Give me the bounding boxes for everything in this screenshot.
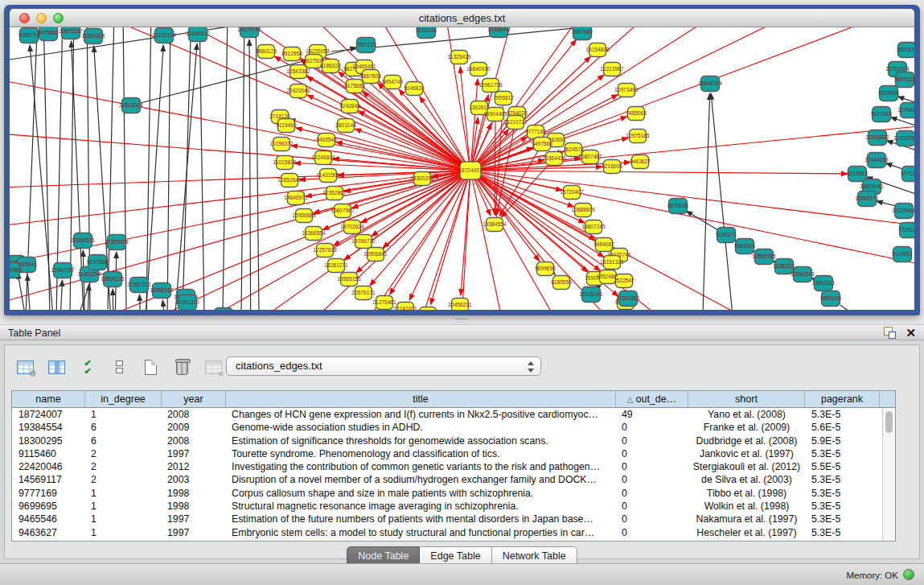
delete-columns-icon[interactable]	[171, 356, 192, 377]
table-cell[interactable]: 1997	[162, 526, 226, 539]
graph-edge[interactable]	[167, 27, 170, 310]
table-cell[interactable]: 2	[85, 447, 162, 460]
table-cell[interactable]: 5.3E-5	[805, 513, 880, 525]
graph-edge[interactable]	[331, 27, 733, 51]
graph-edge[interactable]	[495, 114, 495, 215]
table-cell[interactable]: Dudbridge et al. (2008)	[688, 435, 805, 447]
table-cell[interactable]: 1	[85, 513, 162, 525]
table-cell[interactable]: Corpus callosum shape and size in male p…	[226, 487, 616, 500]
minimize-window-icon[interactable]	[36, 13, 47, 23]
graph-edge[interactable]	[701, 93, 710, 310]
show-columns-icon[interactable]	[46, 356, 67, 377]
graph-edge[interactable]	[223, 27, 228, 310]
table-cell[interactable]: 5.6E-5	[805, 421, 880, 434]
table-cell[interactable]: Jankovic et al. (1997)	[688, 447, 805, 460]
table-cell[interactable]: 5.9E-5	[805, 435, 880, 447]
column-header-title[interactable]: title	[226, 391, 616, 407]
table-cell[interactable]: Nakamura et al. (1997)	[688, 513, 805, 525]
table-cell[interactable]: 0	[616, 460, 688, 473]
panel-divider-handle[interactable]	[455, 319, 468, 323]
table-cell[interactable]: 5.5E-5	[805, 460, 880, 473]
column-header-name[interactable]: name	[12, 391, 85, 407]
graph-edge[interactable]	[409, 171, 470, 300]
graph-edge[interactable]	[359, 111, 470, 171]
table-source-select[interactable]: citations_edges.txt	[226, 356, 541, 376]
graph-edge[interactable]	[27, 274, 34, 310]
table-cell[interactable]: 5.3E-5	[805, 500, 880, 513]
graph-edge[interactable]	[58, 280, 62, 310]
table-cell[interactable]: 1	[85, 526, 162, 539]
create-column-icon[interactable]	[140, 356, 161, 377]
table-cell[interactable]: 1998	[162, 487, 226, 500]
table-cell[interactable]: 18300295	[12, 435, 85, 447]
table-row[interactable]: 1872400712008Changes of HCN gene express…	[12, 408, 881, 421]
table-cell[interactable]: Embryonic stem cells: a model to study s…	[226, 526, 616, 539]
graph-node[interactable]	[420, 307, 437, 311]
table-cell[interactable]: 1	[85, 487, 162, 500]
table-row[interactable]: 969969511998Structural magnetic resonanc…	[12, 500, 881, 513]
table-cell[interactable]: 2	[85, 473, 162, 486]
column-header-year[interactable]: year	[162, 391, 226, 407]
table-row[interactable]: 977716911998Corpus callosum shape and si…	[12, 487, 881, 500]
table-cell[interactable]: 2	[85, 460, 162, 473]
table-cell[interactable]: 0	[616, 447, 688, 460]
select-columns-icon[interactable]: ✔✔	[77, 356, 98, 377]
table-cell[interactable]: Estimation of the future numbers of pati…	[226, 513, 616, 525]
table-cell[interactable]: 9115460	[12, 447, 85, 460]
network-canvas[interactable]: 1872400798601238912954182260589827509105…	[10, 27, 914, 310]
table-row[interactable]: 911546021997Tourette syndrome. Phenomeno…	[12, 447, 881, 460]
table-cell[interactable]: Wolkin et al. (1998)	[688, 500, 805, 513]
column-header-out_de[interactable]: △out_de…	[616, 391, 688, 407]
table-cell[interactable]: 5.3E-5	[805, 408, 880, 421]
graph-edge[interactable]	[199, 27, 204, 310]
table-cell[interactable]: 5.3E-5	[805, 487, 880, 500]
table-cell[interactable]: 0	[616, 500, 688, 513]
network-canvas-svg[interactable]: 1872400798601238912954182260589827509105…	[10, 27, 914, 310]
table-cell[interactable]: 5.3E-5	[805, 473, 880, 486]
table-cell[interactable]: 6	[85, 435, 162, 447]
network-window-titlebar[interactable]: citations_edges.txt	[10, 9, 914, 27]
table-cell[interactable]: 2012	[162, 460, 226, 473]
table-row[interactable]: 1938455462009Genome-wide association stu…	[12, 421, 881, 434]
graph-edge[interactable]	[18, 273, 34, 310]
close-panel-icon[interactable]: ✕	[906, 327, 916, 339]
table-cell[interactable]: Tibbo et al. (1998)	[688, 487, 805, 500]
table-cell[interactable]: Disruption of a novel member of a sodium…	[226, 473, 616, 486]
table-cell[interactable]: Hescheler et al. (1997)	[688, 526, 805, 539]
table-cell[interactable]: 2009	[162, 421, 226, 434]
table-cell[interactable]: 18724007	[12, 408, 85, 421]
table-cell[interactable]: 1998	[162, 500, 226, 513]
graph-edge[interactable]	[461, 171, 470, 295]
table-cell[interactable]: 0	[616, 421, 688, 434]
table-row[interactable]: 946362711997Embryonic stem cells: a mode…	[12, 526, 881, 539]
table-cell[interactable]: Genome-wide association studies in ADHD.	[226, 421, 616, 434]
table-row[interactable]: 2242004622012Investigating the contribut…	[12, 460, 881, 473]
graph-edge[interactable]	[470, 171, 914, 229]
table-cell[interactable]: 9465546	[12, 513, 85, 525]
graph-edge[interactable]	[108, 27, 114, 309]
table-cell[interactable]: Tourette syndrome. Phenomenology and cla…	[226, 447, 616, 460]
table-cell[interactable]: Changes of HCN gene expression and I(f) …	[226, 408, 616, 421]
table-cell[interactable]: 2003	[162, 473, 226, 486]
table-cell[interactable]: Stergiakouli et al. (2012)	[688, 460, 805, 473]
graph-edge[interactable]	[470, 27, 814, 171]
table-cell[interactable]: 0	[616, 487, 688, 500]
table-cell[interactable]: de Silva et al. (2003)	[688, 473, 805, 486]
column-header-short[interactable]: short	[688, 391, 805, 407]
table-row[interactable]: 1456911722003Disruption of a novel membe…	[12, 473, 881, 486]
table-cell[interactable]: Structural magnetic resonance image aver…	[226, 500, 616, 513]
table-cell[interactable]: 2008	[162, 435, 226, 447]
table-cell[interactable]: 0	[616, 473, 688, 486]
table-cell[interactable]: 9699695	[12, 500, 85, 513]
table-cell[interactable]: Franke et al. (2009)	[688, 421, 805, 434]
table-cell[interactable]: 1997	[162, 447, 226, 460]
table-cell[interactable]: 14569117	[12, 473, 85, 486]
table-mode-icon[interactable]	[14, 356, 35, 377]
table-cell[interactable]: 49	[616, 408, 688, 421]
close-window-icon[interactable]	[19, 13, 30, 23]
graph-edge[interactable]	[430, 171, 470, 304]
graph-node[interactable]	[215, 308, 233, 311]
table-cell[interactable]: Investigating the contribution of common…	[226, 460, 616, 473]
graph-edge[interactable]	[840, 305, 901, 310]
table-cell[interactable]: 9463627	[12, 526, 85, 539]
